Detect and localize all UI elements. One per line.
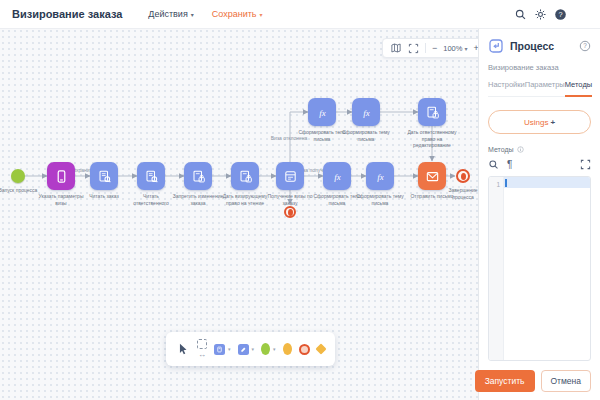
svg-text:fx: fx <box>377 171 383 181</box>
node-grant-read-right[interactable] <box>231 162 259 190</box>
text-cursor <box>505 179 507 187</box>
fx-icon: fx <box>315 105 330 120</box>
gateway-icon[interactable] <box>315 343 326 354</box>
panel-title: Процесс <box>510 40 573 52</box>
node-label: Получение визы по заказу <box>264 193 316 206</box>
node-label: Дать ответственному право на редактирова… <box>406 129 458 149</box>
editor-expand-icon[interactable] <box>580 159 591 170</box>
node-end-rejected[interactable] <box>284 206 296 218</box>
node-label: Сформировать тему письма <box>340 129 392 142</box>
node-form-mail-body-rejected[interactable]: fx <box>308 98 336 126</box>
mail-icon <box>425 169 440 184</box>
gear-icon[interactable] <box>534 8 547 21</box>
node-read-responsible[interactable] <box>137 162 165 190</box>
paragraph-marks-icon[interactable]: ¶ <box>507 160 512 170</box>
minimap-icon[interactable] <box>390 42 402 54</box>
node-set-visa-params[interactable] <box>47 162 75 190</box>
node-grant-edit-right[interactable] <box>418 98 446 126</box>
tab-Настройки[interactable]: Настройки <box>488 80 525 96</box>
node-start[interactable] <box>11 169 25 183</box>
usings-button[interactable]: Usings + <box>488 110 591 134</box>
chevron-down-icon: ▾ <box>260 11 263 18</box>
doc-read-icon <box>97 169 112 184</box>
run-button[interactable]: Запустить <box>475 370 535 392</box>
svg-text:?: ? <box>558 10 562 19</box>
search-icon[interactable] <box>514 8 527 21</box>
zoom-level-value: 100% <box>443 44 462 53</box>
node-end[interactable] <box>456 169 470 183</box>
end-event-icon[interactable] <box>299 344 310 355</box>
node-form-mail-subject-rejected[interactable]: fx <box>352 98 380 126</box>
toolbar-divider <box>425 43 426 53</box>
fit-screen-icon[interactable] <box>408 43 419 54</box>
end-event-core <box>288 209 293 216</box>
editor-search-icon[interactable] <box>488 159 499 170</box>
actions-menu-button[interactable]: Действия ▾ <box>148 9 193 19</box>
lock-icon <box>238 169 253 184</box>
line-number-gutter: 1 <box>489 177 504 360</box>
fx-icon: fx <box>373 169 388 184</box>
svg-text:fx: fx <box>334 171 340 181</box>
top-bar: Визирование заказа Действия ▾ Сохранить … <box>0 0 600 29</box>
info-icon[interactable] <box>517 146 524 153</box>
svg-text:?: ? <box>583 42 587 49</box>
cancel-button[interactable]: Отмена <box>541 370 592 392</box>
node-form-mail-subject[interactable]: fx <box>366 162 394 190</box>
mobile-task-icon <box>54 169 69 184</box>
select-area-icon[interactable] <box>197 339 207 349</box>
node-get-visa[interactable] <box>276 162 304 190</box>
process-icon <box>488 38 504 54</box>
chevron-down-icon: ▾ <box>191 11 194 18</box>
tab-Параметры[interactable]: Параметры <box>525 80 565 96</box>
save-menu-button[interactable]: Сохранить ▾ <box>212 9 263 19</box>
chevron-down-icon[interactable]: ▾ <box>252 346 255 352</box>
cursor-icon[interactable] <box>176 342 190 356</box>
chevron-down-icon[interactable]: ▾ <box>228 346 231 352</box>
selection-tools: ↔ <box>197 339 207 359</box>
intermediate-event-icon[interactable] <box>283 343 292 355</box>
zoom-level-select[interactable]: 100% ▾ <box>443 44 467 53</box>
node-label: Запретить изменение заказа <box>172 193 224 206</box>
panel-help-icon[interactable]: ? <box>579 40 591 52</box>
page-title: Визирование заказа <box>12 8 122 20</box>
code-editor[interactable]: 1 <box>488 176 591 361</box>
doc-read-icon <box>144 169 159 184</box>
canvas-zoom-toolbar: − 100% ▾ + <box>382 38 478 58</box>
node-label: Завершение процесса <box>437 187 478 200</box>
node-send-mail[interactable] <box>418 162 446 190</box>
help-icon[interactable]: ? <box>554 8 567 21</box>
resize-horizontal-icon[interactable]: ↔ <box>198 351 206 359</box>
start-event-icon[interactable] <box>261 343 270 355</box>
tab-Методы[interactable]: Методы <box>565 80 592 97</box>
actions-menu-label: Действия <box>148 9 187 19</box>
lock-icon <box>191 169 206 184</box>
svg-text:fx: fx <box>319 107 325 117</box>
process-name-label: Визирование заказа <box>488 63 591 72</box>
chevron-down-icon[interactable]: ▾ <box>273 346 276 352</box>
topbar-icon-group: ? <box>514 0 567 28</box>
script-node-icon[interactable] <box>238 344 249 355</box>
node-read-order[interactable] <box>90 162 118 190</box>
node-label: Читать ответственного <box>125 193 177 206</box>
usings-button-label: Usings <box>524 118 548 127</box>
active-code-line[interactable] <box>504 177 590 188</box>
chevron-down-icon: ▾ <box>464 45 467 52</box>
zoom-out-button[interactable]: − <box>432 44 437 53</box>
node-form-mail-body[interactable]: fx <box>323 162 351 190</box>
task-node-icon[interactable] <box>214 344 225 355</box>
form-icon <box>283 169 298 184</box>
line-number: 1 <box>489 179 500 190</box>
panel-header: Процесс ? <box>488 38 591 54</box>
zoom-in-button[interactable]: + <box>473 44 478 53</box>
node-label: Читать заказ <box>78 193 130 200</box>
end-event-core <box>461 173 466 180</box>
methods-section-header: Методы <box>488 146 591 153</box>
panel-tabs: НастройкиПараметрыМетоды <box>488 80 591 97</box>
fx-icon: fx <box>330 169 345 184</box>
node-forbid-order-edit[interactable] <box>184 162 212 190</box>
shape-palette: ↔ ▾ ▾ ▾ <box>166 332 335 366</box>
process-canvas[interactable]: − 100% ▾ + ↔ ▾ ▾ ▾ СохранитьВиза получен… <box>0 28 478 400</box>
node-label: Сформировать тему письма <box>354 193 406 206</box>
code-area[interactable] <box>504 177 590 360</box>
save-menu-label: Сохранить <box>212 9 257 19</box>
